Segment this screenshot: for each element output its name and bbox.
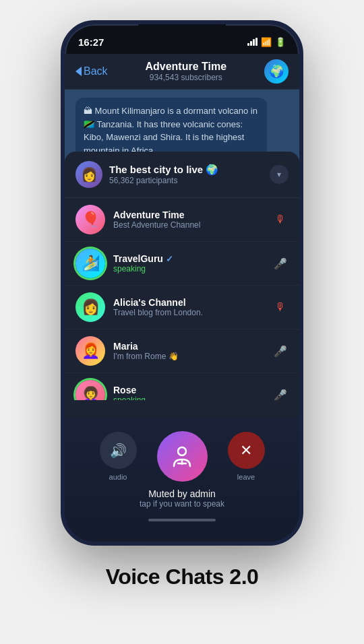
avatar: 👩 [75, 292, 105, 322]
muted-title: Muted by admin [140, 488, 224, 499]
voice-participants-count: 56,362 participants [109, 176, 263, 185]
page-title: Voice Chats 2.0 [106, 565, 259, 589]
status-time: 16:27 [78, 36, 104, 48]
participant-status: Travel blog from London. [113, 308, 264, 317]
status-icons: 📶 🔋 [247, 37, 286, 47]
channel-name: Adventure Time [115, 61, 257, 73]
mic-active-icon: 🎤 [272, 255, 289, 271]
audio-icon: 🔊 [110, 443, 127, 459]
participant-info: Adventure Time Best Adventure Channel [113, 210, 264, 230]
participant-status: speaking [113, 395, 264, 400]
mic-inactive-icon: 🎤 [272, 343, 289, 359]
participant-name: Rose [113, 385, 264, 395]
audio-label: audio [109, 473, 127, 481]
collapse-button[interactable]: ▾ [270, 165, 289, 184]
participant-info: Maria I'm from Rome 👋 [113, 341, 264, 361]
audio-button[interactable]: 🔊 audio [100, 432, 137, 481]
chat-message-text: 🏔 Mount Kilimanjaro is a dormant volcano… [84, 106, 257, 156]
avatar: 🎈 [75, 205, 105, 234]
main-mic-button[interactable] [157, 431, 208, 482]
mic-active-icon: 🎤 [272, 387, 289, 400]
leave-button[interactable]: ✕ leave [228, 432, 265, 481]
muted-status: Muted by admin tap if you want to speak [140, 488, 224, 509]
back-label: Back [84, 65, 108, 77]
verified-badge: ✓ [166, 254, 173, 264]
participant-name: Adventure Time [113, 210, 264, 220]
channel-avatar-emoji: 🌍 [269, 64, 284, 79]
phone-frame: 16:27 📶 🔋 Back Ad [61, 20, 303, 546]
mic-person-icon [170, 445, 194, 469]
participant-status: Best Adventure Channel [113, 220, 264, 230]
bottom-controls: 🔊 audio [65, 418, 299, 542]
voice-host-emoji: 👩 [81, 166, 98, 183]
muted-subtitle: tap if you want to speak [140, 499, 224, 509]
voice-header: 👩 The best city to live 🌍 56,362 partici… [65, 152, 299, 198]
home-indicator [148, 519, 216, 521]
participant-info: Rose speaking [113, 385, 264, 400]
signal-icon [247, 38, 257, 46]
svg-point-0 [178, 447, 186, 455]
page-wrapper: 16:27 📶 🔋 Back Ad [0, 0, 364, 644]
participant-info: TravelGuru ✓ speaking [113, 253, 264, 273]
channel-header: Back Adventure Time 934,543 subscribers … [65, 54, 299, 90]
leave-circle: ✕ [228, 432, 265, 469]
controls-row: 🔊 audio [85, 431, 279, 482]
participant-name: TravelGuru ✓ [113, 253, 264, 264]
avatar: 👩‍🦰 [75, 336, 105, 366]
voice-host-avatar: 👩 [75, 161, 102, 188]
leave-label: leave [237, 473, 255, 481]
voice-title-group: The best city to live 🌍 56,362 participa… [109, 164, 263, 185]
mic-muted-icon: 🎙 [272, 212, 289, 228]
list-item[interactable]: 👩‍🦰 Maria I'm from Rome 👋 🎤 [65, 329, 299, 373]
avatar: 🏄 [75, 249, 105, 278]
list-item[interactable]: 👩 Alicia's Channel Travel blog from Lond… [65, 286, 299, 329]
close-icon: ✕ [240, 442, 252, 459]
avatar: 👩‍🦱 [75, 380, 105, 400]
channel-info: Adventure Time 934,543 subscribers [115, 61, 257, 82]
chevron-down-icon: ▾ [277, 170, 281, 179]
participant-status: speaking [113, 264, 264, 273]
channel-avatar[interactable]: 🌍 [264, 59, 289, 84]
participant-status: I'm from Rome 👋 [113, 352, 264, 361]
participant-list: 🎈 Adventure Time Best Adventure Channel … [65, 198, 299, 400]
audio-circle: 🔊 [100, 432, 137, 469]
voice-panel: 👩 The best city to live 🌍 56,362 partici… [65, 152, 299, 542]
participant-name: Alicia's Channel [113, 297, 264, 308]
list-item[interactable]: 🎈 Adventure Time Best Adventure Channel … [65, 198, 299, 242]
participant-info: Alicia's Channel Travel blog from London… [113, 297, 264, 317]
notch [138, 24, 226, 43]
list-item[interactable]: 🏄 TravelGuru ✓ speaking 🎤 [65, 242, 299, 286]
list-item[interactable]: 👩‍🦱 Rose speaking 🎤 [65, 373, 299, 400]
main-mic-circle [157, 431, 208, 482]
wifi-icon: 📶 [261, 37, 272, 47]
back-button[interactable]: Back [75, 65, 108, 77]
participant-name: Maria [113, 341, 264, 352]
voice-title: The best city to live 🌍 [109, 164, 263, 176]
screen: Back Adventure Time 934,543 subscribers … [65, 54, 299, 542]
battery-icon: 🔋 [275, 37, 286, 47]
channel-subscribers: 934,543 subscribers [115, 73, 257, 82]
chevron-left-icon [75, 67, 82, 76]
mic-muted-icon: 🎙 [272, 299, 289, 315]
